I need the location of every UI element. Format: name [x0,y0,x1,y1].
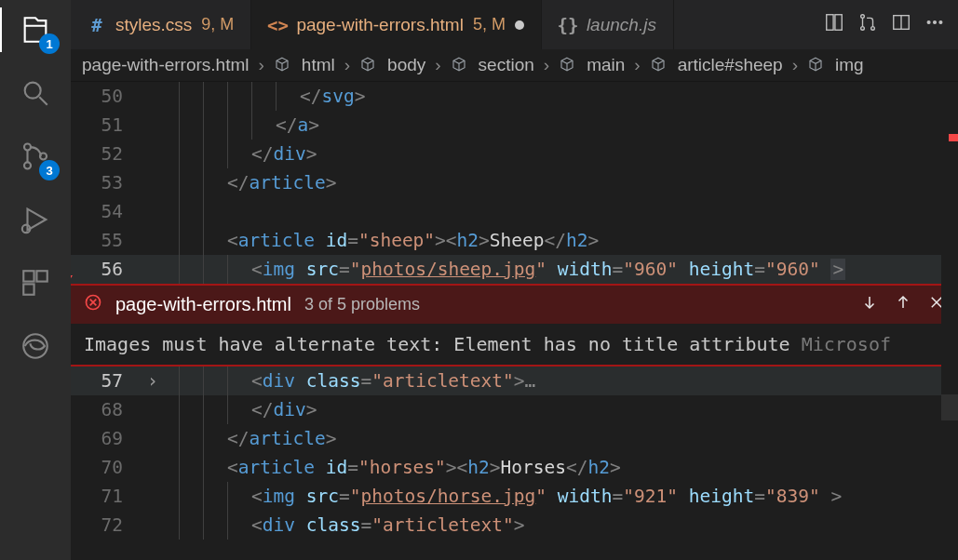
git-pr-icon[interactable] [857,12,878,37]
activity-bar: 1 3 [0,0,71,560]
error-marker-icon [71,275,73,285]
code-line[interactable]: 51</a> [71,111,958,140]
code-line[interactable]: 56<img src="photos/sheep.jpg" width="960… [71,255,958,284]
symbol-icon [559,56,577,74]
tab-launch-js[interactable]: {}launch.js [542,0,674,49]
scm-badge: 3 [39,160,60,180]
more-icon[interactable] [924,12,945,37]
problem-peek: page-with-errors.html 3 of 5 problems Im… [71,284,958,367]
tab-actions [811,0,958,49]
file-icon: {} [559,16,577,34]
peek-message: Images must have alternate text: Element… [71,324,958,365]
breadcrumb-item[interactable]: section [479,55,534,75]
code-line[interactable]: 71<img src="photos/horse.jpg" width="921… [71,482,958,511]
svg-point-14 [861,27,865,31]
svg-line-1 [39,97,47,105]
svg-rect-9 [23,284,34,294]
tab-styles-css[interactable]: #styles.css9, M [71,0,251,49]
svg-rect-8 [36,271,47,281]
line-number: 69 [71,428,147,449]
file-icon: <> [268,16,287,34]
symbol-icon [359,56,378,74]
line-number: 72 [71,514,147,536]
code-line[interactable]: 52</div> [71,140,958,168]
breadcrumb-file[interactable]: page-with-errors.html [82,55,250,75]
editor-tabs: #styles.css9, M<>page-with-errors.html5,… [71,0,958,49]
chevron-right-icon: › [435,55,440,75]
line-number: 52 [71,143,147,165]
svg-point-13 [861,15,865,19]
editor[interactable]: 50</svg>51</a>52</div>53</article>54 55<… [71,82,958,560]
minimap[interactable] [941,82,958,560]
chevron-right-icon: › [544,55,549,75]
line-number: 71 [71,486,147,507]
svg-rect-12 [835,15,842,31]
breadcrumb-item[interactable]: img [835,55,864,75]
line-number: 68 [71,399,147,420]
error-icon [84,293,102,316]
line-number: 53 [71,172,147,193]
breadcrumb-item[interactable]: article#sheep [678,55,783,75]
code-line[interactable]: 72<div class="articletext"> [71,511,958,540]
file-icon: # [88,16,106,34]
chevron-right-icon: › [634,55,640,75]
svg-rect-11 [827,15,833,31]
code-line[interactable]: 68</div> [71,395,958,424]
svg-point-15 [871,27,875,31]
svg-point-18 [927,21,930,24]
code-line[interactable]: 69</article> [71,424,958,453]
chevron-right-icon: › [792,55,798,75]
svg-point-2 [24,144,31,151]
line-number: 50 [71,86,147,107]
line-number: 55 [71,230,147,251]
breadcrumb-item[interactable]: body [387,55,425,75]
svg-rect-7 [23,271,34,281]
code-line[interactable]: 53</article> [71,168,958,197]
code-line[interactable]: 50</svg> [71,82,958,111]
fold-icon[interactable]: › [147,370,164,392]
tab-label: launch.js [587,15,656,35]
symbol-icon [451,56,469,74]
symbol-icon [650,56,668,74]
symbol-icon [807,56,826,74]
activity-edge[interactable] [13,324,58,368]
code-line[interactable]: 57›<div class="articletext">… [71,367,958,395]
code-line[interactable]: 70<article id="horses"><h2>Horses</h2> [71,453,958,482]
breadcrumb[interactable]: page-with-errors.html›html›body›section›… [71,49,958,82]
peek-count: 3 of 5 problems [304,295,420,314]
line-number: 56 [71,259,147,280]
line-number: 57 [71,370,147,392]
line-number: 51 [71,114,147,136]
next-problem-icon[interactable] [861,294,878,315]
activity-extensions[interactable] [13,260,58,305]
explorer-badge: 1 [39,33,60,54]
svg-point-20 [939,21,942,24]
compare-icon[interactable] [824,12,844,37]
code-line[interactable]: 54 [71,197,958,226]
chevron-right-icon: › [344,55,350,75]
activity-explorer[interactable]: 1 [13,7,58,52]
activity-scm[interactable]: 3 [13,134,58,179]
git-status: 9, M [201,15,234,34]
breadcrumb-item[interactable]: main [587,55,625,75]
tab-page-with-errors-html[interactable]: <>page-with-errors.html5, M [251,0,542,49]
symbol-icon [274,56,292,74]
git-status: 5, M [473,15,506,34]
code-line[interactable]: 55<article id="sheep"><h2>Sheep</h2> [71,226,958,255]
main-area: #styles.css9, M<>page-with-errors.html5,… [71,0,958,560]
chevron-right-icon: › [259,55,264,75]
peek-file: page-with-errors.html [115,294,291,315]
activity-debug[interactable] [13,197,58,242]
breadcrumb-item[interactable]: html [302,55,335,75]
svg-point-0 [25,83,41,99]
activity-search[interactable] [13,71,58,115]
line-number: 70 [71,457,147,478]
prev-problem-icon[interactable] [895,294,911,315]
svg-point-19 [934,21,937,24]
tab-label: styles.css [115,15,192,35]
peek-header: page-with-errors.html 3 of 5 problems [71,286,958,324]
split-icon[interactable] [891,12,911,37]
line-number: 54 [71,201,147,222]
unsaved-dot-icon [515,20,524,30]
tab-label: page-with-errors.html [296,15,464,35]
